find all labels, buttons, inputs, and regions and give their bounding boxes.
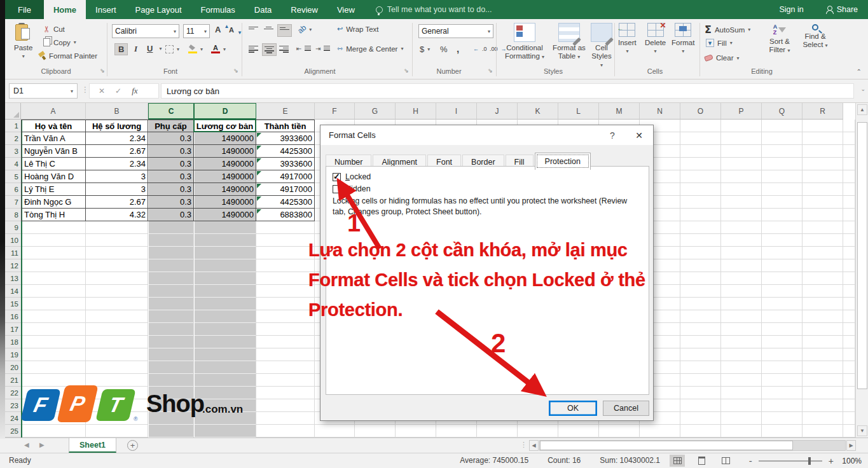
table-cell-B8[interactable]: 4.32 [86, 209, 148, 221]
clear-button[interactable]: Clear▾ [705, 54, 740, 62]
grow-font-button[interactable]: A▲ [215, 25, 229, 34]
row-header-13[interactable]: 13 [5, 272, 21, 285]
conditional-formatting-button[interactable]: ConditionalFormatting ▾ [502, 23, 547, 60]
number-launcher[interactable]: ⇘ [487, 67, 493, 74]
column-header-H[interactable]: H [396, 103, 436, 120]
table-cell-C6[interactable]: 0.3 [148, 183, 194, 196]
row-header-18[interactable]: 18 [5, 336, 21, 348]
scroll-right-icon[interactable]: ▶ [846, 440, 856, 451]
row-header-11[interactable]: 11 [5, 247, 21, 259]
table-header-cell-B1[interactable]: Hệ số lương [86, 120, 148, 132]
column-header-Q[interactable]: Q [762, 103, 803, 120]
italic-button[interactable]: I [131, 43, 141, 55]
row-header-21[interactable]: 21 [5, 374, 21, 387]
row-header-22[interactable]: 22 [5, 387, 21, 399]
table-cell-A7[interactable]: Đinh Ngọc G [21, 196, 86, 209]
enter-entry-icon[interactable]: ✓ [115, 86, 121, 95]
align-bottom-button[interactable] [277, 24, 292, 37]
paste-button[interactable]: Paste ▾ [14, 23, 32, 59]
row-header-6[interactable]: 6 [5, 183, 21, 196]
percent-style-button[interactable]: % [440, 45, 448, 54]
table-cell-E2[interactable]: 3933600 [256, 132, 315, 145]
row-header-12[interactable]: 12 [5, 259, 21, 272]
sign-in-button[interactable]: Sign in [770, 5, 812, 14]
sheet-nav-right-icon[interactable]: ▶ [39, 441, 45, 448]
ribbon-tab-view[interactable]: View [327, 0, 364, 19]
find-select-button[interactable]: Find &Select ▾ [799, 24, 832, 49]
row-header-9[interactable]: 9 [5, 221, 21, 234]
locked-checkbox[interactable]: Locked [333, 172, 371, 181]
column-header-D[interactable]: D [194, 103, 256, 120]
ribbon-tab-page-layout[interactable]: Page Layout [126, 0, 191, 19]
normal-view-button[interactable] [670, 455, 685, 467]
shrink-font-button[interactable]: A▼ [229, 26, 242, 34]
wrap-text-button[interactable]: ↩Wrap Text [337, 25, 379, 33]
table-cell-D3[interactable]: 1490000 [194, 145, 256, 158]
table-cell-A4[interactable]: Lê Thị C [21, 158, 86, 170]
insert-function-icon[interactable]: fx [132, 86, 137, 96]
column-header-E[interactable]: E [256, 103, 315, 120]
column-header-K[interactable]: K [518, 103, 558, 120]
column-header-I[interactable]: I [436, 103, 477, 120]
format-as-table-button[interactable]: Format asTable ▾ [549, 23, 589, 60]
dialog-help-icon[interactable]: ? [600, 125, 625, 145]
format-painter-button[interactable]: Format Painter [38, 52, 97, 60]
font-launcher[interactable]: ⇘ [233, 67, 239, 74]
tell-me-box[interactable]: Tell me what you want to do... [364, 0, 492, 19]
zoom-slider-thumb[interactable] [808, 457, 811, 465]
collapse-ribbon-button[interactable]: ⌃ [857, 68, 862, 75]
table-cell-D5[interactable]: 1490000 [194, 170, 256, 183]
row-header-15[interactable]: 15 [5, 298, 21, 310]
scroll-up-icon[interactable]: ▲ [857, 104, 867, 115]
hidden-checkbox-box[interactable] [333, 185, 341, 193]
locked-checkbox-box[interactable] [333, 173, 341, 181]
zoom-level[interactable]: 100% [840, 457, 862, 465]
row-header-14[interactable]: 14 [5, 285, 21, 298]
sheet-tab-sheet1[interactable]: Sheet1 [69, 438, 116, 453]
vertical-scrollbar[interactable]: ▲ ▼ [855, 103, 868, 437]
column-header-F[interactable]: F [315, 103, 355, 120]
underline-button[interactable]: U▾ [144, 43, 162, 54]
table-cell-A8[interactable]: Tòng Thị H [21, 209, 86, 221]
font-name-combo[interactable]: Calibri▾ [112, 24, 179, 38]
zoom-out-button[interactable]: - [749, 455, 752, 466]
dialog-close-icon[interactable]: ✕ [625, 125, 653, 145]
column-header-B[interactable]: B [86, 103, 148, 120]
table-cell-C4[interactable]: 0.3 [148, 158, 194, 170]
table-cell-E5[interactable]: 4917000 [256, 170, 315, 183]
clipboard-launcher[interactable]: ⇘ [99, 67, 106, 74]
column-header-R[interactable]: R [803, 103, 843, 120]
row-header-10[interactable]: 10 [5, 234, 21, 247]
orientation-button[interactable]: ab▾ [298, 25, 312, 34]
column-header-L[interactable]: L [558, 103, 599, 120]
ribbon-tab-formulas[interactable]: Formulas [191, 0, 245, 19]
table-cell-D6[interactable]: 1490000 [194, 183, 256, 196]
decrease-indent-button[interactable]: ⇤ [296, 45, 311, 52]
table-cell-B4[interactable]: 2.34 [86, 158, 148, 170]
ribbon-tab-review[interactable]: Review [281, 0, 327, 19]
row-header-19[interactable]: 19 [5, 348, 21, 361]
table-cell-A3[interactable]: Nguyễn Văn B [21, 145, 86, 158]
page-layout-view-button[interactable] [694, 455, 709, 467]
increase-decimal-button[interactable]: ←.0 [473, 46, 487, 52]
cancel-entry-icon[interactable]: ✕ [99, 86, 105, 95]
table-cell-A2[interactable]: Trần Văn A [21, 132, 86, 145]
number-format-combo[interactable]: General▾ [418, 24, 493, 38]
share-button[interactable]: Share [815, 5, 868, 14]
align-top-button[interactable] [247, 24, 260, 36]
row-header-8[interactable]: 8 [5, 209, 21, 221]
column-header-J[interactable]: J [477, 103, 518, 120]
table-cell-D2[interactable]: 1490000 [194, 132, 256, 145]
row-header-24[interactable]: 24 [5, 412, 21, 425]
align-left-button[interactable] [247, 43, 260, 55]
row-header-4[interactable]: 4 [5, 158, 21, 170]
table-cell-E7[interactable]: 4425300 [256, 196, 315, 209]
column-header-C[interactable]: C [148, 103, 194, 120]
table-cell-E8[interactable]: 6883800 [256, 209, 315, 221]
scroll-down-icon[interactable]: ▼ [857, 425, 867, 436]
ribbon-tab-insert[interactable]: Insert [86, 0, 126, 19]
insert-cells-button[interactable]: ← Insert▾ [618, 23, 637, 54]
horizontal-scrollbar[interactable]: ◀ ▶ [529, 440, 856, 451]
borders-button[interactable]: ▾ [165, 45, 179, 53]
column-header-G[interactable]: G [355, 103, 396, 120]
